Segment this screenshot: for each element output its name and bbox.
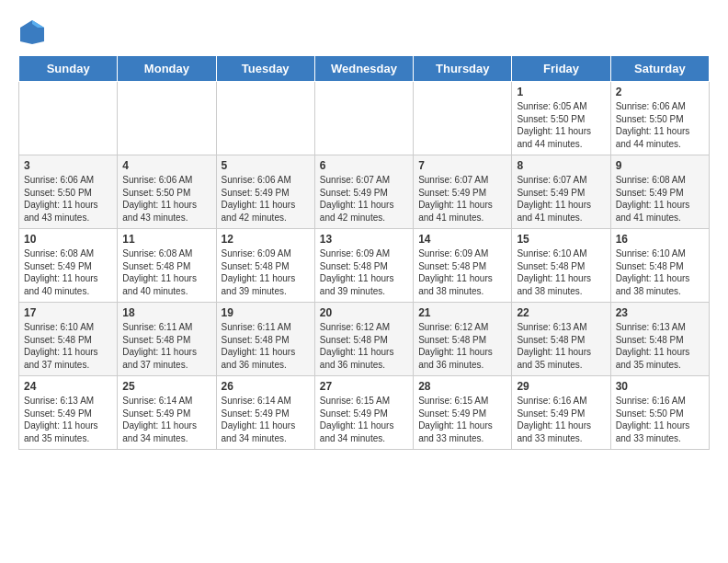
day-number: 6: [320, 159, 408, 172]
day-info: Sunrise: 6:06 AM Sunset: 5:50 PM Dayligh…: [122, 174, 210, 224]
day-number: 4: [122, 159, 210, 172]
day-number: 16: [616, 233, 704, 246]
day-number: 1: [517, 86, 605, 98]
calendar-cell: [314, 82, 413, 155]
header: [18, 18, 710, 46]
day-number: 28: [418, 380, 506, 393]
calendar-cell: 26Sunrise: 6:14 AM Sunset: 5:49 PM Dayli…: [216, 376, 314, 450]
day-number: 9: [616, 159, 704, 172]
calendar-cell: 17Sunrise: 6:10 AM Sunset: 5:48 PM Dayli…: [19, 303, 118, 376]
calendar-cell: 20Sunrise: 6:12 AM Sunset: 5:48 PM Dayli…: [314, 303, 413, 376]
header-day-tuesday: Tuesday: [216, 56, 314, 82]
day-info: Sunrise: 6:05 AM Sunset: 5:50 PM Dayligh…: [517, 100, 605, 150]
logo: [18, 18, 50, 46]
day-info: Sunrise: 6:14 AM Sunset: 5:49 PM Dayligh…: [222, 395, 310, 444]
day-number: 2: [616, 86, 704, 98]
day-info: Sunrise: 6:14 AM Sunset: 5:49 PM Dayligh…: [122, 395, 210, 444]
day-number: 20: [320, 306, 408, 319]
calendar-cell: [118, 82, 216, 155]
day-number: 26: [222, 380, 310, 393]
day-number: 25: [122, 380, 210, 393]
week-row-2: 10Sunrise: 6:08 AM Sunset: 5:49 PM Dayli…: [19, 229, 710, 303]
calendar-cell: 7Sunrise: 6:07 AM Sunset: 5:49 PM Daylig…: [414, 155, 512, 229]
day-info: Sunrise: 6:07 AM Sunset: 5:49 PM Dayligh…: [517, 174, 605, 224]
calendar-cell: 4Sunrise: 6:06 AM Sunset: 5:50 PM Daylig…: [118, 155, 216, 229]
header-day-wednesday: Wednesday: [314, 56, 413, 82]
day-number: 10: [24, 233, 112, 246]
day-info: Sunrise: 6:06 AM Sunset: 5:50 PM Dayligh…: [24, 174, 112, 224]
day-number: 30: [616, 380, 704, 393]
calendar-cell: 2Sunrise: 6:06 AM Sunset: 5:50 PM Daylig…: [610, 82, 709, 155]
day-number: 8: [517, 159, 605, 172]
day-number: 7: [418, 159, 506, 172]
day-info: Sunrise: 6:11 AM Sunset: 5:48 PM Dayligh…: [122, 321, 210, 371]
calendar-body: 1Sunrise: 6:05 AM Sunset: 5:50 PM Daylig…: [19, 82, 710, 450]
header-day-saturday: Saturday: [610, 56, 709, 82]
day-info: Sunrise: 6:06 AM Sunset: 5:49 PM Dayligh…: [222, 174, 310, 224]
calendar-header: SundayMondayTuesdayWednesdayThursdayFrid…: [19, 56, 710, 82]
calendar-cell: 30Sunrise: 6:16 AM Sunset: 5:50 PM Dayli…: [610, 376, 709, 450]
day-info: Sunrise: 6:10 AM Sunset: 5:48 PM Dayligh…: [517, 247, 605, 297]
header-day-thursday: Thursday: [414, 56, 512, 82]
calendar-cell: 1Sunrise: 6:05 AM Sunset: 5:50 PM Daylig…: [512, 82, 610, 155]
day-number: 29: [517, 380, 605, 393]
day-info: Sunrise: 6:08 AM Sunset: 5:49 PM Dayligh…: [616, 174, 704, 224]
day-number: 24: [24, 380, 112, 393]
calendar-cell: 25Sunrise: 6:14 AM Sunset: 5:49 PM Dayli…: [118, 376, 216, 450]
day-info: Sunrise: 6:09 AM Sunset: 5:48 PM Dayligh…: [320, 247, 408, 297]
header-day-friday: Friday: [512, 56, 610, 82]
day-info: Sunrise: 6:16 AM Sunset: 5:49 PM Dayligh…: [517, 395, 605, 444]
calendar-cell: 14Sunrise: 6:09 AM Sunset: 5:48 PM Dayli…: [414, 229, 512, 303]
day-number: 14: [418, 233, 506, 246]
calendar-cell: 18Sunrise: 6:11 AM Sunset: 5:48 PM Dayli…: [118, 303, 216, 376]
day-number: 27: [320, 380, 408, 393]
day-info: Sunrise: 6:10 AM Sunset: 5:48 PM Dayligh…: [616, 247, 704, 297]
day-info: Sunrise: 6:07 AM Sunset: 5:49 PM Dayligh…: [418, 174, 506, 224]
day-number: 11: [122, 233, 210, 246]
calendar-cell: 16Sunrise: 6:10 AM Sunset: 5:48 PM Dayli…: [610, 229, 709, 303]
header-day-monday: Monday: [118, 56, 216, 82]
calendar-cell: 21Sunrise: 6:12 AM Sunset: 5:48 PM Dayli…: [414, 303, 512, 376]
calendar-cell: 24Sunrise: 6:13 AM Sunset: 5:49 PM Dayli…: [19, 376, 118, 450]
day-info: Sunrise: 6:11 AM Sunset: 5:48 PM Dayligh…: [222, 321, 310, 371]
calendar-cell: 28Sunrise: 6:15 AM Sunset: 5:49 PM Dayli…: [414, 376, 512, 450]
calendar-cell: [216, 82, 314, 155]
calendar-cell: [414, 82, 512, 155]
day-number: 15: [517, 233, 605, 246]
header-day-sunday: Sunday: [19, 56, 118, 82]
day-info: Sunrise: 6:07 AM Sunset: 5:49 PM Dayligh…: [320, 174, 408, 224]
calendar-cell: 12Sunrise: 6:09 AM Sunset: 5:48 PM Dayli…: [216, 229, 314, 303]
day-number: 13: [320, 233, 408, 246]
calendar-cell: 3Sunrise: 6:06 AM Sunset: 5:50 PM Daylig…: [19, 155, 118, 229]
day-info: Sunrise: 6:13 AM Sunset: 5:48 PM Dayligh…: [517, 321, 605, 371]
calendar-cell: 10Sunrise: 6:08 AM Sunset: 5:49 PM Dayli…: [19, 229, 118, 303]
day-number: 19: [222, 306, 310, 319]
day-info: Sunrise: 6:08 AM Sunset: 5:49 PM Dayligh…: [24, 247, 112, 297]
header-row: SundayMondayTuesdayWednesdayThursdayFrid…: [19, 56, 710, 82]
logo-icon: [18, 18, 46, 46]
day-info: Sunrise: 6:15 AM Sunset: 5:49 PM Dayligh…: [418, 395, 506, 444]
day-info: Sunrise: 6:12 AM Sunset: 5:48 PM Dayligh…: [320, 321, 408, 371]
week-row-1: 3Sunrise: 6:06 AM Sunset: 5:50 PM Daylig…: [19, 155, 710, 229]
calendar-cell: 11Sunrise: 6:08 AM Sunset: 5:48 PM Dayli…: [118, 229, 216, 303]
calendar-cell: 22Sunrise: 6:13 AM Sunset: 5:48 PM Dayli…: [512, 303, 610, 376]
calendar-cell: 9Sunrise: 6:08 AM Sunset: 5:49 PM Daylig…: [610, 155, 709, 229]
day-info: Sunrise: 6:12 AM Sunset: 5:48 PM Dayligh…: [418, 321, 506, 371]
day-info: Sunrise: 6:16 AM Sunset: 5:50 PM Dayligh…: [616, 395, 704, 444]
calendar-cell: 5Sunrise: 6:06 AM Sunset: 5:49 PM Daylig…: [216, 155, 314, 229]
calendar-cell: 6Sunrise: 6:07 AM Sunset: 5:49 PM Daylig…: [314, 155, 413, 229]
week-row-4: 24Sunrise: 6:13 AM Sunset: 5:49 PM Dayli…: [19, 376, 710, 450]
calendar-cell: 19Sunrise: 6:11 AM Sunset: 5:48 PM Dayli…: [216, 303, 314, 376]
day-info: Sunrise: 6:09 AM Sunset: 5:48 PM Dayligh…: [418, 247, 506, 297]
day-info: Sunrise: 6:13 AM Sunset: 5:49 PM Dayligh…: [24, 395, 112, 444]
day-number: 5: [222, 159, 310, 172]
week-row-0: 1Sunrise: 6:05 AM Sunset: 5:50 PM Daylig…: [19, 82, 710, 155]
day-info: Sunrise: 6:08 AM Sunset: 5:48 PM Dayligh…: [122, 247, 210, 297]
day-number: 3: [24, 159, 112, 172]
day-info: Sunrise: 6:15 AM Sunset: 5:49 PM Dayligh…: [320, 395, 408, 444]
day-number: 17: [24, 306, 112, 319]
day-info: Sunrise: 6:13 AM Sunset: 5:48 PM Dayligh…: [616, 321, 704, 371]
day-number: 12: [222, 233, 310, 246]
week-row-3: 17Sunrise: 6:10 AM Sunset: 5:48 PM Dayli…: [19, 303, 710, 376]
day-number: 22: [517, 306, 605, 319]
